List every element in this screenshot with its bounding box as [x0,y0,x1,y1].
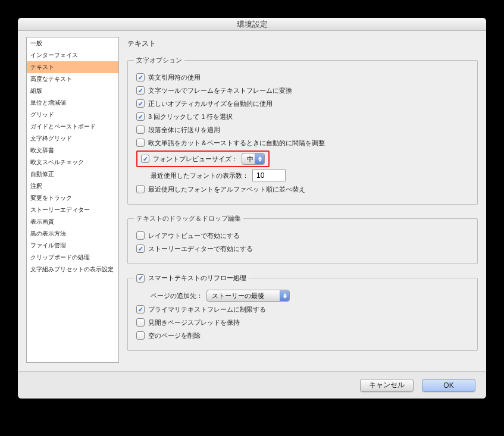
checkbox-optical-size[interactable] [136,99,145,108]
window-title: 環境設定 [18,18,486,31]
label-quotes: 英文引用符の使用 [148,73,201,82]
label-delete-empty: 空のページを削除 [148,331,201,340]
sidebar-item[interactable]: 欧文スペルチェック [27,156,118,168]
sidebar-item[interactable]: テキスト [27,61,118,73]
select-value: 中 [247,155,253,164]
select-value: ストーリーの最後 [212,291,264,300]
sidebar-item[interactable]: ガイドとペーストボード [27,121,118,133]
sidebar-item[interactable]: 文字組みプリセットの表示設定 [27,264,118,275]
sidebar-item[interactable]: 組版 [27,85,118,97]
checkbox-preserve-spreads[interactable] [136,318,145,327]
sidebar-item[interactable]: 表示画質 [27,216,118,228]
content-area: 一般インターフェイステキスト高度なテキスト組版単位と増減値グリッドガイドとペース… [18,31,486,371]
checkbox-primary-frame[interactable] [136,305,145,313]
sidebar-item[interactable]: 自動修正 [27,168,118,180]
checkbox-smart-reflow[interactable] [136,274,145,283]
label-triple-click: 3 回クリックして 1 行を選択 [148,112,233,121]
checkbox-paste-spacing[interactable] [136,139,145,147]
chevrons-icon [255,153,264,164]
sidebar-item[interactable]: 変更をトラック [27,192,118,204]
label-layout-view: レイアウトビューで有効にする [148,231,240,240]
sidebar-item[interactable]: 黒の表示方法 [27,228,118,240]
checkbox-font-preview[interactable] [141,155,149,163]
sidebar-item[interactable]: クリップボードの処理 [27,252,118,264]
group-legend: 文字オプション [134,56,184,65]
checkbox-recent-alpha[interactable] [136,185,145,193]
group-smart-reflow: スマートテキストのリフロー処理 ページの追加先： ストーリーの最後 プライマリテ… [127,274,478,351]
select-font-preview-size[interactable]: 中 [242,153,265,165]
group-text-options: 文字オプション 英文引用符の使用 文字ツールでフレームをテキストフレームに変換 … [127,56,478,205]
sidebar-item[interactable]: 高度なテキスト [27,73,118,85]
label-story-editor: ストーリーエディターで有効にする [148,244,253,253]
label-primary-frame: プライマリテキストフレームに制限する [148,305,266,314]
prefs-sidebar: 一般インターフェイステキスト高度なテキスト組版単位と増減値グリッドガイドとペース… [26,37,119,363]
label-paragraph-leading: 段落全体に行送りを適用 [148,126,220,134]
chevrons-icon [280,290,289,301]
group-legend: スマートテキストのリフロー処理 [134,274,249,283]
group-drag-drop: テキストのドラッグ＆ドロップ編集 レイアウトビューで有効にする ストーリーエディ… [127,214,478,264]
sidebar-item[interactable]: 欧文辞書 [27,145,118,156]
sidebar-item[interactable]: ストーリーエディター [27,204,118,216]
checkbox-layout-view[interactable] [136,231,145,240]
dialog-footer: キャンセル OK [18,371,486,399]
checkbox-story-editor[interactable] [136,244,145,253]
label-paste-spacing: 欧文単語をカット＆ペーストするときに自動的に間隔を調整 [148,139,325,148]
preferences-window: 環境設定 一般インターフェイステキスト高度なテキスト組版単位と増減値グリッドガイ… [18,18,486,399]
group-legend: テキストのドラッグ＆ドロップ編集 [134,214,243,223]
label-recent-alpha: 最近使用したフォントをアルファベット順に並べ替え [148,185,305,194]
input-recent-fonts[interactable] [252,170,286,181]
panel-title: テキスト [127,39,478,49]
sidebar-item[interactable]: 文字枠グリッド [27,133,118,145]
label-convert-frame: 文字ツールでフレームをテキストフレームに変換 [148,86,292,95]
label-add-pages: ページの追加先： [151,291,203,300]
label-preserve-spreads: 見開きページスプレッドを保持 [148,318,240,327]
label-recent-fonts: 最近使用したフォントの表示数： [151,171,249,180]
sidebar-item[interactable]: インターフェイス [27,49,118,61]
label-font-preview: フォントプレビューサイズ： [153,155,238,164]
select-add-pages[interactable]: ストーリーの最後 [206,290,290,302]
cancel-button[interactable]: キャンセル [360,379,414,392]
checkbox-paragraph-leading[interactable] [136,126,145,134]
sidebar-item[interactable]: ファイル管理 [27,240,118,252]
font-preview-highlight: フォントプレビューサイズ： 中 [136,150,270,167]
checkbox-delete-empty[interactable] [136,331,145,340]
main-panel: テキスト 文字オプション 英文引用符の使用 文字ツールでフレームをテキストフレー… [127,37,478,363]
checkbox-triple-click[interactable] [136,112,145,121]
checkbox-convert-frame[interactable] [136,86,145,95]
sidebar-item[interactable]: 注釈 [27,180,118,192]
sidebar-item[interactable]: 一般 [27,37,118,49]
label-smart-reflow: スマートテキストのリフロー処理 [148,274,246,283]
label-optical-size: 正しいオプティカルサイズを自動的に使用 [148,99,273,108]
ok-button[interactable]: OK [422,379,475,392]
sidebar-item[interactable]: グリッド [27,109,118,121]
checkbox-quotes[interactable] [136,73,145,81]
sidebar-item[interactable]: 単位と増減値 [27,97,118,109]
